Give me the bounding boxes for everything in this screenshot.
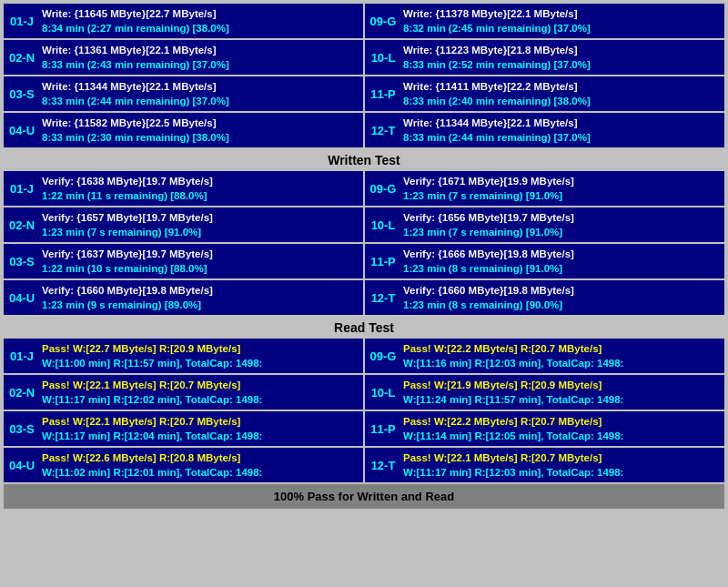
cell-label: 04-U — [7, 459, 36, 472]
written-test-header: Written Test — [4, 149, 724, 171]
cell-label: 03-S — [7, 87, 36, 101]
grid-cell: 09-GWrite: {11378 MByte}[22.1 MByte/s]8:… — [365, 4, 724, 38]
cell-content: Pass! W:[21.9 MByte/s] R:[20.9 MByte/s]W… — [403, 378, 721, 407]
cell-line1: Write: {11378 MByte}[22.1 MByte/s] — [403, 6, 721, 21]
cell-line1: Pass! W:[22.1 MByte/s] R:[20.7 MByte/s] — [403, 450, 721, 465]
cell-line2: W:[11:24 min] R:[11:57 min], TotalCap: 1… — [403, 392, 721, 407]
grid-cell: 02-NWrite: {11361 MByte}[22.1 MByte/s]8:… — [4, 40, 363, 75]
pass-grid: 01-JPass! W:[22.7 MByte/s] R:[20.9 MByte… — [4, 339, 724, 482]
cell-line1: Pass! W:[22.2 MByte/s] R:[20.7 MByte/s] — [403, 414, 721, 429]
cell-label: 03-S — [7, 255, 36, 268]
cell-line1: Verify: {1657 MByte}[19.7 MByte/s] — [42, 210, 359, 225]
cell-content: Pass! W:[22.2 MByte/s] R:[20.7 MByte/s]W… — [403, 414, 721, 443]
cell-line1: Write: {11344 MByte}[22.1 MByte/s] — [403, 116, 721, 130]
cell-line1: Write: {11582 MByte}[22.5 MByte/s] — [42, 116, 359, 130]
cell-line2: 1:23 min (7 s remaining) [91.0%] — [42, 225, 359, 239]
cell-line2: 8:33 min (2:30 min remaining) [38.0%] — [42, 130, 359, 145]
verify-section: 01-JVerify: {1638 MByte}[19.7 MByte/s]1:… — [4, 171, 724, 315]
cell-label: 09-G — [369, 182, 398, 196]
cell-content: Pass! W:[22.1 MByte/s] R:[20.7 MByte/s]W… — [42, 378, 359, 407]
cell-label: 01-J — [7, 15, 36, 28]
cell-line1: Verify: {1656 MByte}[19.7 MByte/s] — [403, 210, 721, 225]
pass-section: 01-JPass! W:[22.7 MByte/s] R:[20.9 MByte… — [4, 339, 724, 482]
cell-content: Pass! W:[22.2 MByte/s] R:[20.7 MByte/s]W… — [403, 341, 721, 370]
cell-line2: 1:22 min (10 s remaining) [88.0%] — [42, 261, 359, 276]
cell-label: 11-P — [369, 87, 398, 101]
grid-cell: 11-PPass! W:[22.2 MByte/s] R:[20.7 MByte… — [365, 411, 724, 446]
cell-line1: Write: {11411 MByte}[22.2 MByte/s] — [403, 79, 721, 94]
cell-content: Verify: {1638 MByte}[19.7 MByte/s]1:22 m… — [42, 174, 359, 203]
verify-grid: 01-JVerify: {1638 MByte}[19.7 MByte/s]1:… — [4, 171, 724, 315]
grid-cell: 11-PVerify: {1666 MByte}[19.8 MByte/s]1:… — [365, 244, 724, 278]
grid-cell: 02-NVerify: {1657 MByte}[19.7 MByte/s]1:… — [4, 207, 363, 242]
cell-line2: 8:32 min (2:45 min remaining) [37.0%] — [403, 21, 721, 35]
cell-content: Verify: {1660 MByte}[19.8 MByte/s]1:23 m… — [403, 283, 721, 312]
cell-content: Verify: {1657 MByte}[19.7 MByte/s]1:23 m… — [42, 210, 359, 239]
cell-line2: W:[11:17 min] R:[12:04 min], TotalCap: 1… — [42, 429, 359, 443]
grid-cell: 04-UPass! W:[22.6 MByte/s] R:[20.8 MByte… — [4, 448, 363, 482]
main-container: 01-JWrite: {11645 MByte}[22.7 MByte/s]8:… — [0, 0, 728, 512]
cell-label: 12-T — [369, 459, 398, 472]
cell-line2: 1:23 min (8 s remaining) [90.0%] — [403, 298, 721, 312]
cell-line2: W:[11:14 min] R:[12:05 min], TotalCap: 1… — [403, 429, 721, 443]
read-test-header: Read Test — [4, 317, 724, 339]
grid-cell: 12-TVerify: {1660 MByte}[19.8 MByte/s]1:… — [365, 280, 724, 315]
grid-cell: 10-LWrite: {11223 MByte}[21.8 MByte/s]8:… — [365, 40, 724, 75]
cell-line1: Write: {11344 MByte}[22.1 MByte/s] — [42, 79, 359, 94]
cell-line2: 1:23 min (7 s remaining) [91.0%] — [403, 188, 721, 203]
cell-content: Pass! W:[22.7 MByte/s] R:[20.9 MByte/s]W… — [42, 341, 359, 370]
cell-line2: 8:33 min (2:44 min remaining) [37.0%] — [403, 130, 721, 145]
grid-cell: 04-UWrite: {11582 MByte}[22.5 MByte/s]8:… — [4, 113, 363, 147]
cell-content: Verify: {1671 MByte}[19.9 MByte/s]1:23 m… — [403, 174, 721, 203]
cell-line1: Verify: {1660 MByte}[19.8 MByte/s] — [42, 283, 359, 298]
cell-line2: 8:33 min (2:52 min remaining) [37.0%] — [403, 57, 721, 72]
cell-label: 09-G — [369, 349, 398, 363]
cell-label: 01-J — [7, 349, 36, 363]
cell-label: 02-N — [7, 51, 36, 65]
cell-line1: Write: {11645 MByte}[22.7 MByte/s] — [42, 6, 359, 21]
cell-content: Write: {11411 MByte}[22.2 MByte/s]8:33 m… — [403, 79, 721, 108]
cell-line2: 8:33 min (2:43 min remaining) [37.0%] — [42, 57, 359, 72]
grid-cell: 03-SPass! W:[22.1 MByte/s] R:[20.7 MByte… — [4, 411, 363, 446]
grid-cell: 02-NPass! W:[22.1 MByte/s] R:[20.7 MByte… — [4, 375, 363, 410]
cell-line2: 1:23 min (8 s remaining) [91.0%] — [403, 261, 721, 276]
cell-line2: 1:22 min (11 s remaining) [88.0%] — [42, 188, 359, 203]
grid-cell: 01-JPass! W:[22.7 MByte/s] R:[20.9 MByte… — [4, 339, 363, 373]
cell-line2: W:[11:17 min] R:[12:03 min], TotalCap: 1… — [403, 465, 721, 480]
cell-content: Write: {11344 MByte}[22.1 MByte/s]8:33 m… — [403, 116, 721, 145]
cell-line1: Verify: {1637 MByte}[19.7 MByte/s] — [42, 247, 359, 261]
cell-label: 04-U — [7, 291, 36, 305]
cell-label: 11-P — [369, 255, 398, 268]
cell-line1: Pass! W:[21.9 MByte/s] R:[20.9 MByte/s] — [403, 378, 721, 392]
grid-cell: 10-LVerify: {1656 MByte}[19.7 MByte/s]1:… — [365, 207, 724, 242]
cell-label: 03-S — [7, 422, 36, 436]
cell-content: Pass! W:[22.1 MByte/s] R:[20.7 MByte/s]W… — [403, 450, 721, 480]
cell-label: 12-T — [369, 291, 398, 305]
cell-label: 12-T — [369, 124, 398, 137]
cell-line2: W:[11:00 min] R:[11:57 min], TotalCap: 1… — [42, 356, 359, 370]
cell-content: Write: {11361 MByte}[22.1 MByte/s]8:33 m… — [42, 43, 359, 72]
cell-line1: Pass! W:[22.1 MByte/s] R:[20.7 MByte/s] — [42, 414, 359, 429]
cell-line2: W:[11:17 min] R:[12:02 min], TotalCap: 1… — [42, 392, 359, 407]
cell-content: Write: {11223 MByte}[21.8 MByte/s]8:33 m… — [403, 43, 721, 72]
cell-line2: 8:33 min (2:40 min remaining) [38.0%] — [403, 94, 721, 108]
grid-cell: 10-LPass! W:[21.9 MByte/s] R:[20.9 MByte… — [365, 375, 724, 410]
cell-content: Write: {11582 MByte}[22.5 MByte/s]8:33 m… — [42, 116, 359, 145]
cell-line1: Pass! W:[22.7 MByte/s] R:[20.9 MByte/s] — [42, 341, 359, 356]
write-section: 01-JWrite: {11645 MByte}[22.7 MByte/s]8:… — [4, 4, 724, 147]
cell-line2: 1:23 min (7 s remaining) [91.0%] — [403, 225, 721, 239]
footer-status: 100% Pass for Written and Read — [4, 484, 724, 509]
grid-cell: 12-TWrite: {11344 MByte}[22.1 MByte/s]8:… — [365, 113, 724, 147]
grid-cell: 12-TPass! W:[22.1 MByte/s] R:[20.7 MByte… — [365, 448, 724, 482]
cell-line2: W:[11:16 min] R:[12:03 min], TotalCap: 1… — [403, 356, 721, 370]
cell-content: Write: {11378 MByte}[22.1 MByte/s]8:32 m… — [403, 6, 721, 35]
cell-content: Pass! W:[22.6 MByte/s] R:[20.8 MByte/s]W… — [42, 450, 359, 480]
cell-line2: W:[11:02 min] R:[12:01 min], TotalCap: 1… — [42, 465, 359, 480]
grid-cell: 04-UVerify: {1660 MByte}[19.8 MByte/s]1:… — [4, 280, 363, 315]
cell-content: Verify: {1656 MByte}[19.7 MByte/s]1:23 m… — [403, 210, 721, 239]
cell-label: 10-L — [369, 386, 398, 400]
grid-cell: 11-PWrite: {11411 MByte}[22.2 MByte/s]8:… — [365, 76, 724, 111]
cell-line1: Verify: {1666 MByte}[19.8 MByte/s] — [403, 247, 721, 261]
grid-cell: 01-JVerify: {1638 MByte}[19.7 MByte/s]1:… — [4, 171, 363, 206]
cell-line2: 1:23 min (9 s remaining) [89.0%] — [42, 298, 359, 312]
